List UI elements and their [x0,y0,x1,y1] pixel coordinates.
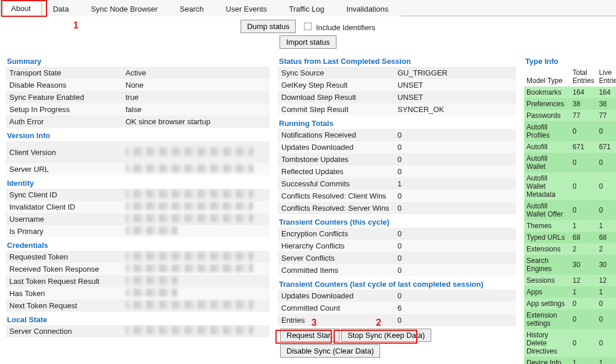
type-row: Apps11 [524,286,616,298]
kv-value: true [126,93,270,102]
type-row: Typed URLs6868 [524,232,616,243]
tab-sync-node-browser[interactable]: Sync Node Browser [80,1,169,16]
running-totals-title: Running Totals [278,116,516,129]
type-row: Extension settings00 [524,309,616,329]
type-row: Bookmarks164164 [524,87,616,98]
type-row: History Delete Directives00 [524,329,616,357]
kv-row: Sync Feature Enabledtrue [6,91,270,103]
kv-value: false [126,105,270,114]
type-cell: 1 [597,286,616,298]
kv-value: SYNCER_OK [397,105,516,114]
identity-title: Identity [6,175,270,189]
kv-key: Tombstone Updates [281,155,397,164]
type-info-title: Type Info [524,53,616,67]
kv-row: Conflicts Resolved: Client Wins0 [278,190,516,202]
version-title: Version Info [6,128,270,141]
annotation-num-2: 2 [376,318,381,328]
redacted-value [126,190,253,198]
annotation-box-3 [275,330,332,344]
kv-key: Commit Step Result [281,105,397,114]
type-cell: 164 [570,87,596,98]
kv-row: Auth ErrorOK since browser startup [6,116,270,128]
type-cell: 68 [597,232,616,243]
kv-value: None [126,81,270,89]
type-cell: 12 [597,275,616,286]
kv-key: Auth Error [9,117,126,126]
type-cell: 2 [597,243,616,255]
type-row: Passwords7777 [524,110,616,121]
type-cell: 0 [570,329,596,357]
kv-value: 0 [397,316,516,325]
type-cell: 30 [570,255,596,275]
type-cell: 30 [597,255,616,275]
annotation-box-2 [334,330,417,344]
tab-invalidations[interactable]: Invalidations [335,1,399,16]
kv-row: Username [6,213,270,225]
kv-key: Sync Client ID [9,190,126,199]
tab-user-events[interactable]: User Events [215,1,278,16]
kv-value: 0 [397,291,516,300]
kv-row: Server URL [6,163,270,175]
tab-data[interactable]: Data [42,1,80,16]
type-cell: Preferences [524,98,570,110]
kv-row: Updates Downloaded0 [278,290,516,302]
kv-key: Last Token Request Result [9,277,126,286]
redacted-value [126,202,253,210]
kv-value [126,326,270,336]
disable-sync-clear-data-button[interactable]: Disable Sync (Clear Data) [280,344,380,358]
kv-key: Received Token Response [9,265,126,273]
type-cell: 0 [597,153,616,172]
tab-bar: AboutDataSync Node BrowserSearchUser Eve… [0,0,616,16]
kv-value: Active [126,69,270,77]
redacted-value [126,264,253,272]
type-cell: Apps [524,286,570,298]
kv-value: 0 [397,242,516,250]
kv-value [126,289,270,298]
kv-value: 6 [397,304,516,312]
kv-value: 0 [397,131,516,139]
transient-this-title: Transient Counters (this cycle) [278,214,516,228]
redacted-value [126,301,253,309]
kv-row: GetKey Step ResultUNSET [278,79,516,91]
kv-value: 1 [397,179,516,188]
type-row: Themes11 [524,220,616,232]
type-cell: 0 [570,121,596,141]
kv-key: Committed Count [281,304,397,312]
type-cell: 164 [597,87,616,98]
kv-key: Encryption Conflicts [281,229,397,238]
redacted-value [126,147,253,156]
topbar: Dump status Include Identifiers Import s… [0,16,616,53]
kv-row: Commit Step ResultSYNCER_OK [278,103,516,116]
kv-key: Download Step Result [281,93,397,102]
type-cell: App settings [524,298,570,309]
kv-key: Sync Feature Enabled [9,93,126,102]
type-cell: 671 [570,141,596,153]
th-total-entries: Total Entries [570,67,596,87]
col-right: Type Info Model Type Total Entries Live … [524,53,616,364]
tab-traffic-log[interactable]: Traffic Log [278,1,335,16]
type-cell: Themes [524,220,570,232]
include-identifiers-checkbox[interactable] [304,23,312,31]
import-status-button[interactable]: Import status [280,35,336,49]
kv-value [126,301,270,311]
kv-row: Notifications Received0 [278,129,516,141]
tab-search[interactable]: Search [169,1,214,16]
type-cell: 0 [597,298,616,309]
type-cell: 0 [570,298,596,309]
type-row: App settings00 [524,298,616,309]
include-identifiers-label[interactable]: Include Identifiers [302,21,375,32]
type-cell: Extensions [524,243,570,255]
kv-value [126,264,270,274]
kv-row: Sync SourceGU_TRIGGER [278,67,516,79]
type-cell: Search Engines [524,255,570,275]
type-row: Preferences3838 [524,98,616,110]
type-row: Sessions1212 [524,275,616,286]
include-identifiers-text: Include Identifiers [316,23,375,32]
credentials-title: Credentials [6,237,270,251]
last-session-title: Status from Last Completed Session [278,53,516,67]
type-cell: 1 [570,357,596,364]
kv-value: 0 [397,143,516,152]
kv-value: OK since browser startup [126,117,270,126]
kv-row: Download Step ResultUNSET [278,91,516,103]
dump-status-button[interactable]: Dump status [241,20,296,33]
